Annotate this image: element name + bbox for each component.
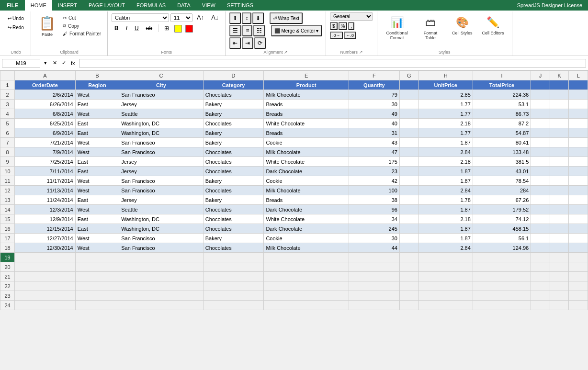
table-cell[interactable]: East <box>75 195 119 205</box>
strikethrough-button[interactable]: ab <box>143 23 155 33</box>
table-cell[interactable]: San Francisco <box>119 147 203 157</box>
text-direction-button[interactable]: ⟳ <box>254 37 266 49</box>
table-cell[interactable]: West <box>75 147 119 157</box>
table-cell[interactable]: 47 <box>349 147 399 157</box>
table-cell[interactable] <box>531 176 550 186</box>
table-cell[interactable]: 49 <box>349 109 399 119</box>
table-cell[interactable] <box>418 262 473 272</box>
table-cell[interactable] <box>119 253 203 262</box>
format-table-button[interactable]: 🗃 Format Table <box>415 14 446 42</box>
table-cell[interactable] <box>531 100 550 109</box>
table-cell[interactable] <box>569 90 588 100</box>
confirm-formula-button[interactable]: ✓ <box>60 59 68 67</box>
table-cell[interactable] <box>119 291 203 301</box>
table-cell[interactable] <box>349 272 399 281</box>
table-cell[interactable] <box>399 253 418 262</box>
header-cell[interactable] <box>569 80 588 90</box>
table-cell[interactable]: White Chocolate <box>264 214 349 224</box>
table-cell[interactable]: San Francisco <box>119 243 203 253</box>
table-cell[interactable]: 284 <box>473 186 531 195</box>
table-cell[interactable]: White Chocolate <box>264 157 349 167</box>
table-cell[interactable] <box>550 176 569 186</box>
table-cell[interactable] <box>569 167 588 176</box>
table-cell[interactable] <box>569 214 588 224</box>
table-cell[interactable] <box>531 157 550 167</box>
col-header-K[interactable]: K <box>550 71 569 80</box>
table-cell[interactable] <box>399 100 418 109</box>
tab-data[interactable]: DATA <box>171 0 196 11</box>
tab-settings[interactable]: SETTINGS <box>221 0 259 11</box>
table-cell[interactable] <box>15 281 76 291</box>
table-cell[interactable]: 31 <box>349 128 399 138</box>
table-cell[interactable] <box>569 195 588 205</box>
table-cell[interactable] <box>531 147 550 157</box>
table-cell[interactable]: Milk Chocolate <box>264 243 349 253</box>
increase-decimal-button[interactable]: .0→ <box>330 32 343 39</box>
table-cell[interactable]: East <box>75 214 119 224</box>
table-cell[interactable]: 12/15/2014 <box>15 224 76 234</box>
table-cell[interactable] <box>550 291 569 301</box>
table-cell[interactable] <box>203 253 264 262</box>
conditional-format-button[interactable]: 📊 Conditional Format <box>381 14 413 42</box>
table-cell[interactable] <box>119 262 203 272</box>
table-cell[interactable]: Jersey <box>119 100 203 109</box>
table-cell[interactable]: Chocolates <box>203 224 264 234</box>
table-cell[interactable] <box>399 186 418 195</box>
table-cell[interactable] <box>550 301 569 310</box>
table-cell[interactable]: East <box>75 167 119 176</box>
table-cell[interactable] <box>569 176 588 186</box>
table-cell[interactable]: 6/25/2014 <box>15 119 76 128</box>
table-cell[interactable] <box>531 253 550 262</box>
table-cell[interactable]: 245 <box>349 224 399 234</box>
table-cell[interactable]: Chocolates <box>203 205 264 214</box>
table-cell[interactable] <box>531 281 550 291</box>
table-cell[interactable] <box>203 272 264 281</box>
table-cell[interactable] <box>531 205 550 214</box>
table-cell[interactable]: 381.5 <box>473 157 531 167</box>
table-cell[interactable] <box>550 147 569 157</box>
insert-function-button[interactable]: fx <box>69 59 77 67</box>
cell-reference-box[interactable] <box>2 59 40 67</box>
table-cell[interactable]: Chocolates <box>203 243 264 253</box>
table-cell[interactable] <box>531 234 550 243</box>
align-bottom-button[interactable]: ⬇ <box>252 12 264 24</box>
table-cell[interactable]: White Chocolate <box>264 119 349 128</box>
table-cell[interactable]: 54.87 <box>473 128 531 138</box>
header-cell[interactable]: Quantity <box>349 80 399 90</box>
table-cell[interactable] <box>399 272 418 281</box>
table-cell[interactable] <box>569 262 588 272</box>
table-cell[interactable]: Bakery <box>203 100 264 109</box>
table-cell[interactable] <box>399 195 418 205</box>
table-cell[interactable]: Chocolates <box>203 90 264 100</box>
table-cell[interactable]: Bakery <box>203 109 264 119</box>
font-color-button[interactable]: A <box>184 23 194 33</box>
table-cell[interactable]: 2.18 <box>418 157 473 167</box>
table-cell[interactable]: 56.1 <box>473 234 531 243</box>
table-cell[interactable]: 44 <box>349 243 399 253</box>
table-cell[interactable] <box>264 262 349 272</box>
paste-button[interactable]: 📋 <box>35 14 59 32</box>
table-cell[interactable] <box>399 205 418 214</box>
table-cell[interactable]: 7/25/2014 <box>15 157 76 167</box>
table-cell[interactable] <box>349 281 399 291</box>
table-cell[interactable]: Washington, DC <box>119 128 203 138</box>
table-cell[interactable] <box>569 281 588 291</box>
table-cell[interactable]: 1.87 <box>418 205 473 214</box>
table-cell[interactable]: Milk Chocolate <box>264 186 349 195</box>
table-cell[interactable]: 42 <box>349 176 399 186</box>
col-header-H[interactable]: H <box>418 71 473 80</box>
table-cell[interactable] <box>569 301 588 310</box>
table-cell[interactable] <box>203 262 264 272</box>
currency-button[interactable]: $ <box>330 22 338 30</box>
table-cell[interactable]: Bakery <box>203 234 264 243</box>
table-cell[interactable]: 1.87 <box>418 138 473 147</box>
comma-button[interactable]: , <box>348 22 354 30</box>
formula-input[interactable] <box>79 59 586 67</box>
col-header-B[interactable]: B <box>75 71 119 80</box>
table-cell[interactable]: 1.77 <box>418 100 473 109</box>
table-cell[interactable] <box>550 195 569 205</box>
table-cell[interactable] <box>349 291 399 301</box>
table-cell[interactable]: 6/9/2014 <box>15 128 76 138</box>
table-cell[interactable] <box>75 301 119 310</box>
table-cell[interactable]: 43 <box>349 138 399 147</box>
